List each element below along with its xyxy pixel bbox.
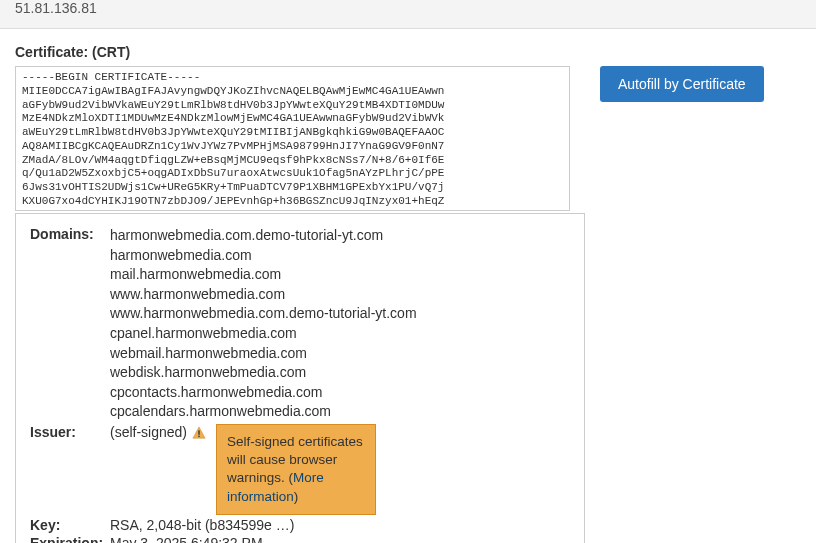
expiration-label: Expiration: xyxy=(30,535,110,543)
domain-item: harmonwebmedia.com.demo-tutorial-yt.com xyxy=(110,226,417,246)
issuer-value: (self-signed) xyxy=(110,424,187,440)
domain-item: webmail.harmonwebmedia.com xyxy=(110,344,417,364)
domains-label: Domains: xyxy=(30,226,110,242)
certificate-heading: Certificate: (CRT) xyxy=(15,44,801,60)
expiration-row: Expiration: May 3, 2025 6:49:32 PM xyxy=(30,535,570,543)
domain-item: cpcalendars.harmonwebmedia.com xyxy=(110,402,417,422)
domain-item: harmonwebmedia.com xyxy=(110,246,417,266)
svg-rect-1 xyxy=(198,436,199,437)
domain-item: cpcontacts.harmonwebmedia.com xyxy=(110,383,417,403)
key-value: RSA, 2,048-bit (b834599e …) xyxy=(110,517,294,533)
domain-item: www.harmonwebmedia.com.demo-tutorial-yt.… xyxy=(110,304,417,324)
svg-rect-0 xyxy=(198,430,199,434)
expiration-value: May 3, 2025 6:49:32 PM xyxy=(110,535,263,543)
key-row: Key: RSA, 2,048-bit (b834599e …) xyxy=(30,517,570,533)
certificate-info-box: Domains: harmonwebmedia.com.demo-tutoria… xyxy=(15,213,585,543)
domains-list: harmonwebmedia.com.demo-tutorial-yt.com … xyxy=(110,226,417,422)
warning-icon xyxy=(192,426,206,440)
domain-item: mail.harmonwebmedia.com xyxy=(110,265,417,285)
domain-item: www.harmonwebmedia.com xyxy=(110,285,417,305)
domain-item: webdisk.harmonwebmedia.com xyxy=(110,363,417,383)
certificate-textarea[interactable] xyxy=(15,66,570,211)
ip-address: 51.81.136.81 xyxy=(15,0,97,16)
issuer-row: Issuer: (self-signed) Self-signed certif… xyxy=(30,424,570,515)
issuer-label: Issuer: xyxy=(30,424,110,440)
domain-item: cpanel.harmonwebmedia.com xyxy=(110,324,417,344)
key-label: Key: xyxy=(30,517,110,533)
self-signed-warning-tooltip: Self-signed certificates will cause brow… xyxy=(216,424,376,515)
domains-row: Domains: harmonwebmedia.com.demo-tutoria… xyxy=(30,226,570,422)
autofill-by-certificate-button[interactable]: Autofill by Certificate xyxy=(600,66,764,102)
